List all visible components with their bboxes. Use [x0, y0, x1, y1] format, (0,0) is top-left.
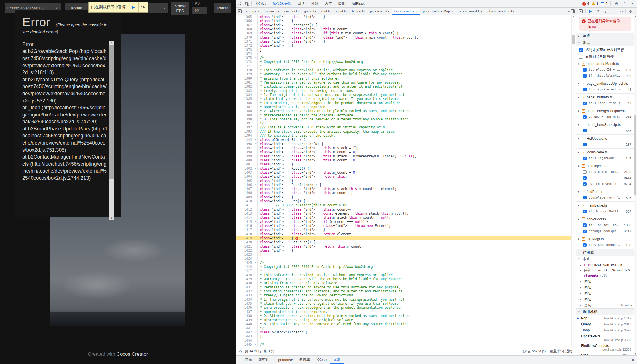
fold-arrow-icon[interactable]: ▾: [253, 138, 257, 142]
fold-arrow-icon[interactable]: ▾: [253, 330, 257, 334]
breakpoint-checkbox[interactable]: ✓: [583, 182, 587, 186]
resume-script-icon[interactable]: ▶: [129, 2, 138, 12]
breakpoint-item[interactable]: ✓668: [576, 128, 634, 134]
code-line-1367[interactable]: 1367▾class="ind"> Decrement() {: [236, 23, 571, 27]
breakpoint-checkbox[interactable]: ✓: [583, 143, 587, 146]
code-line-1365[interactable]: 1365class="ind"> class="ind"> }: [236, 15, 571, 19]
inspect-element-icon[interactable]: [236, 0, 243, 7]
code-line-1394[interactable]: 1394/// to increase the size of the stac…: [236, 134, 571, 138]
fold-arrow-icon[interactable]: ▾: [253, 167, 257, 171]
line-number[interactable]: 1396: [236, 142, 253, 146]
scope-closure[interactable]: ▸闭包: [576, 284, 634, 290]
fold-arrow-icon[interactable]: ▾: [253, 261, 257, 265]
line-number[interactable]: 1421: [236, 244, 253, 248]
line-number[interactable]: 1423: [236, 252, 253, 256]
line-number[interactable]: 1413: [236, 211, 253, 215]
breakpoint-file-panel_heroStarsUp.ts[interactable]: ▾‹›panel_heroStarsUp.ts: [576, 122, 634, 128]
tab-AdBlock[interactable]: AdBlock: [348, 0, 368, 7]
code-line-1431[interactable]: 1431* Permission is granted to anyone to…: [236, 285, 571, 289]
device-toolbar-icon[interactable]: [243, 0, 251, 7]
code-line-1378[interactable]: 1378* This software is provided 'as-is',…: [236, 68, 571, 72]
breakpoint-item[interactable]: ✓if (this.falseMa…228: [576, 73, 634, 79]
code-line-1420[interactable]: 1420▾class="ind"> GetCount() {: [236, 240, 571, 244]
step-over-icon[interactable]: ↷: [595, 8, 601, 14]
code-line-1380[interactable]: 1380* arising from the use of this softw…: [236, 76, 571, 80]
code-line-1409[interactable]: 1409class="ind"> }: [236, 195, 571, 199]
line-number[interactable]: 1389: [236, 113, 253, 117]
breakpoint-file-findPath.ts[interactable]: ▾‹›findPath.ts: [576, 189, 634, 195]
checkbox[interactable]: ✓: [579, 48, 583, 52]
deactivate-breakpoints-icon[interactable]: ⊘: [627, 8, 634, 14]
code-line-1445[interactable]: 1445▾/*: [236, 343, 571, 347]
cocos-creator-link[interactable]: Cocos Creator: [117, 351, 148, 357]
line-number[interactable]: 1403: [236, 171, 253, 175]
file-tab-runtime.js[interactable]: runtime.js: [262, 8, 282, 15]
breakpoint-checkbox[interactable]: [583, 170, 587, 174]
breakpoint-checkbox[interactable]: ✓: [583, 88, 587, 91]
line-number[interactable]: 1380: [236, 76, 253, 80]
line-number[interactable]: 1412: [236, 207, 253, 211]
line-number[interactable]: 1414: [236, 215, 253, 219]
code-line-1387[interactable]: 1387* appreciated but is not required.: [236, 105, 571, 109]
line-number[interactable]: 1379: [236, 72, 253, 76]
line-number[interactable]: 1385: [236, 97, 253, 101]
line-number[interactable]: 1367: [236, 23, 253, 27]
line-number[interactable]: 1384: [236, 93, 253, 97]
breakpoint-item[interactable]: ✓let playerId = a…199: [576, 67, 634, 73]
pause-button[interactable]: Pause: [214, 3, 231, 13]
scroll-up-icon[interactable]: ▲: [572, 15, 576, 17]
line-number[interactable]: 1416: [236, 224, 253, 228]
code-line-1433[interactable]: 1433* freely, subject to the following r…: [236, 293, 571, 297]
scope-entry-this[interactable]: ▸this: b2GrowableStack: [576, 262, 634, 268]
code-line-1437[interactable]: 1437* appreciated but is not required.: [236, 310, 571, 314]
code-line-1390[interactable]: 1390* 3. This notice may not be removed …: [236, 117, 571, 121]
resume-script-icon[interactable]: ▶: [587, 8, 594, 14]
code-scrollbar[interactable]: ▲: [571, 15, 576, 347]
code-line-1374[interactable]: 1374: [236, 52, 571, 56]
code-line-1369[interactable]: 1369▾class="ind"> class="ind"> if (this.…: [236, 31, 571, 35]
breakpoint-checkbox[interactable]: ✓: [583, 230, 587, 233]
code-line-1428[interactable]: 1428* This software is provided 'as-is',…: [236, 273, 571, 277]
scope-local[interactable]: ▾本地: [576, 256, 634, 262]
code-line-1430[interactable]: 1430* arising from the use of this softw…: [236, 281, 571, 285]
line-number[interactable]: 1408: [236, 191, 253, 195]
file-tab-game.ts[interactable]: game.ts: [302, 8, 319, 15]
step-over-icon[interactable]: ↷: [138, 2, 148, 12]
file-tab-button.ts[interactable]: button.ts: [349, 8, 367, 15]
code-line-1423[interactable]: 1423}: [236, 252, 571, 256]
code-line-1429[interactable]: 1429* warranty. In no event will the aut…: [236, 277, 571, 281]
code-line-1385[interactable]: 1385* claim that you wrote the original …: [236, 97, 571, 101]
drawer-tab-Lighthouse[interactable]: Lighthouse: [272, 356, 296, 364]
warning-count-badge[interactable]: 1: [591, 2, 599, 6]
breakpoint-file-panel_energyEquipment.t…[interactable]: ▾‹›panel_energyEquipment.t…: [576, 108, 634, 114]
scope-global[interactable]: ▸全局Window: [576, 302, 634, 308]
line-number[interactable]: 1404: [236, 175, 253, 179]
code-line-1416[interactable]: 1416class="ind"> class="ind"> class="ind…: [236, 224, 571, 228]
callstack-frame-Query[interactable]: Querybox2d.umd.js:2818: [576, 321, 634, 327]
more-menu-icon[interactable]: ⋮: [236, 358, 242, 362]
line-number[interactable]: 1424: [236, 256, 253, 260]
code-line-1411[interactable]: 1411 // DEBUG: b2Assert(this.m_count > 0…: [236, 203, 571, 207]
line-number[interactable]: 1417: [236, 228, 253, 232]
line-number[interactable]: 1370: [236, 35, 253, 39]
code-line-1443[interactable]: 1443}: [236, 334, 571, 338]
code-line-1404[interactable]: 1404class="ind"> class="ind"> return thi…: [236, 175, 571, 179]
line-number[interactable]: 1391: [236, 121, 253, 125]
checkbox[interactable]: [579, 55, 583, 59]
line-number[interactable]: 1431: [236, 285, 253, 289]
code-line-1371[interactable]: 1371class="ind"> class="ind"> }: [236, 39, 571, 43]
close-devtools-icon[interactable]: ×: [630, 1, 635, 6]
line-number[interactable]: 1422: [236, 248, 253, 252]
breakpoint-file-mainBattle.ts[interactable]: ▾‹›mainBattle.ts: [576, 202, 634, 208]
code-line-1419[interactable]: 1419class="ind"> }×: [236, 236, 571, 240]
line-number[interactable]: 1390: [236, 117, 253, 121]
code-line-1413[interactable]: 1413class="ind"> class="ind"> const elem…: [236, 211, 571, 215]
tab-控制台[interactable]: 控制台: [252, 0, 270, 7]
drawer-tab-问题[interactable]: 问题: [242, 356, 255, 364]
code-line-1395[interactable]: 1395▾class b2GrowableStack {: [236, 138, 571, 142]
line-number[interactable]: 1438: [236, 314, 253, 318]
code-line-1402[interactable]: 1402▾class="ind"> Reset() {: [236, 167, 571, 171]
line-number[interactable]: 1435: [236, 302, 253, 306]
scope-entry-element[interactable]: element: null: [576, 273, 634, 278]
code-line-1386[interactable]: 1386* in a product, an acknowledgment in…: [236, 101, 571, 105]
